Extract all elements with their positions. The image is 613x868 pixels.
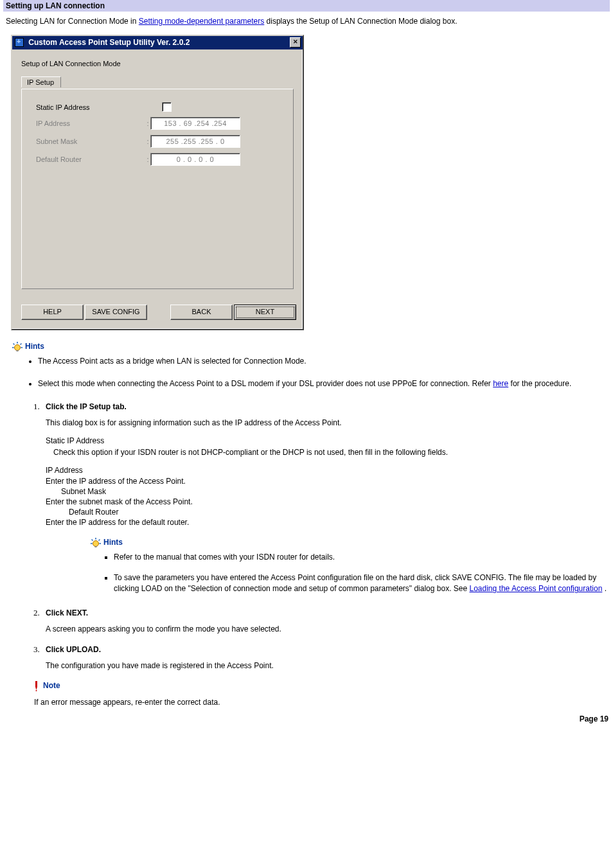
svg-point-0 <box>15 345 21 351</box>
desc-static-ip: Check this option if your ISDN router is… <box>46 447 610 457</box>
svg-point-2 <box>93 541 99 547</box>
colon: : <box>145 155 150 163</box>
hints-icon <box>12 342 21 351</box>
input-ip-address[interactable]: 153 . 69 .254 .254 <box>150 117 240 130</box>
note-block: Note If an error message appears, re-ent… <box>33 681 610 707</box>
dialog-window: Custom Access Point Setup Utility Ver. 2… <box>11 35 304 330</box>
procedure-steps: Click the IP Setup tab. This dialog box … <box>3 402 610 671</box>
hint2-suffix: . <box>605 584 607 593</box>
hint-save-config: To save the parameters you have entered … <box>114 572 610 595</box>
page-footer: Page 19 <box>3 714 610 723</box>
colon: : <box>145 137 150 145</box>
tab-panel-ip-setup: Static IP Address IP Address : 153 . 69 … <box>21 89 294 289</box>
label-subnet-mask: Subnet Mask <box>36 137 145 145</box>
label-static-ip: Static IP Address <box>36 103 145 111</box>
term-static-ip: Static IP Address <box>46 436 610 446</box>
link-loading-config[interactable]: Loading the Access Point configuration <box>470 584 603 593</box>
intro-prefix: Selecting LAN for Connection Mode in <box>6 17 139 26</box>
hint-dsl: Select this mode when connecting the Acc… <box>38 378 610 389</box>
hints-list-1: The Access Point acts as a bridge when L… <box>12 356 610 390</box>
save-config-button[interactable]: SAVE CONFIG <box>85 305 147 320</box>
svg-point-4 <box>36 690 37 691</box>
step2-title: Click NEXT. <box>46 608 610 617</box>
step1-title: Click the IP Setup tab. <box>46 402 610 411</box>
hint-manual: Refer to the manual that comes with your… <box>114 552 610 563</box>
term-ip-address: IP Address <box>46 465 610 475</box>
app-icon <box>15 38 24 47</box>
link-setting-mode-dependent[interactable]: Setting mode-dependent parameters <box>139 17 264 26</box>
label-default-router: Default Router <box>36 155 145 163</box>
term-default-router: Default Router <box>46 507 610 517</box>
hints-icon <box>91 538 100 547</box>
hints-heading: Hints <box>25 342 44 351</box>
help-button[interactable]: HELP <box>21 305 84 320</box>
next-button[interactable]: NEXT <box>234 305 296 320</box>
note-heading: Note <box>43 681 60 690</box>
step2-desc: A screen appears asking you to confirm t… <box>46 624 610 634</box>
hints-heading-2: Hints <box>103 538 123 547</box>
back-button[interactable]: BACK <box>170 305 233 320</box>
hint-dsl-prefix: Select this mode when connecting the Acc… <box>38 379 493 388</box>
input-default-router[interactable]: 0 . 0 . 0 . 0 <box>150 153 240 166</box>
tabstrip: IP Setup <box>21 76 294 89</box>
hints-block-1: Hints The Access Point acts as a bridge … <box>12 342 610 390</box>
intro-suffix: displays the Setup of LAN Connection Mod… <box>267 17 458 26</box>
term-subnet-mask: Subnet Mask <box>46 486 610 497</box>
desc-subnet-mask: Enter the subnet mask of the Access Poin… <box>46 497 610 507</box>
desc-default-router: Enter the IP address for the default rou… <box>46 517 610 527</box>
hints-block-2: Hints Refer to the manual that comes wit… <box>91 538 610 594</box>
section-header: Setting up LAN connection <box>3 0 610 12</box>
checkbox-static-ip[interactable] <box>162 102 172 112</box>
dialog-titlebar: Custom Access Point Setup Utility Ver. 2… <box>12 36 303 49</box>
hint-dsl-suffix: for the procedure. <box>511 379 572 388</box>
note-icon <box>33 681 39 690</box>
dialog-title: Custom Access Point Setup Utility Ver. 2… <box>28 38 190 47</box>
desc-ip-address: Enter the IP address of the Access Point… <box>46 476 610 486</box>
intro-paragraph: Selecting LAN for Connection Mode in Set… <box>6 17 610 26</box>
svg-rect-1 <box>17 350 19 351</box>
dialog-screenshot: Custom Access Point Setup Utility Ver. 2… <box>11 35 610 330</box>
hints-list-2: Refer to the manual that comes with your… <box>91 552 610 594</box>
dialog-button-bar: HELP SAVE CONFIG BACK NEXT <box>12 298 303 329</box>
step3-title: Click UPLOAD. <box>46 645 610 654</box>
input-subnet-mask[interactable]: 255 .255 .255 . 0 <box>150 135 240 148</box>
label-ip-address: IP Address <box>36 120 145 127</box>
hint-bridge: The Access Point acts as a bridge when L… <box>38 356 610 367</box>
tab-ip-setup[interactable]: IP Setup <box>21 76 61 87</box>
dialog-subtitle: Setup of LAN Connection Mode <box>21 60 294 67</box>
step3-desc: The configuration you have made is regis… <box>46 660 610 671</box>
colon: : <box>145 120 150 127</box>
link-here[interactable]: here <box>493 379 508 388</box>
note-text: If an error message appears, re-enter th… <box>34 698 610 707</box>
close-button[interactable]: ✕ <box>290 37 301 48</box>
step1-desc: This dialog box is for assigning informa… <box>46 418 610 428</box>
svg-rect-3 <box>95 546 97 547</box>
